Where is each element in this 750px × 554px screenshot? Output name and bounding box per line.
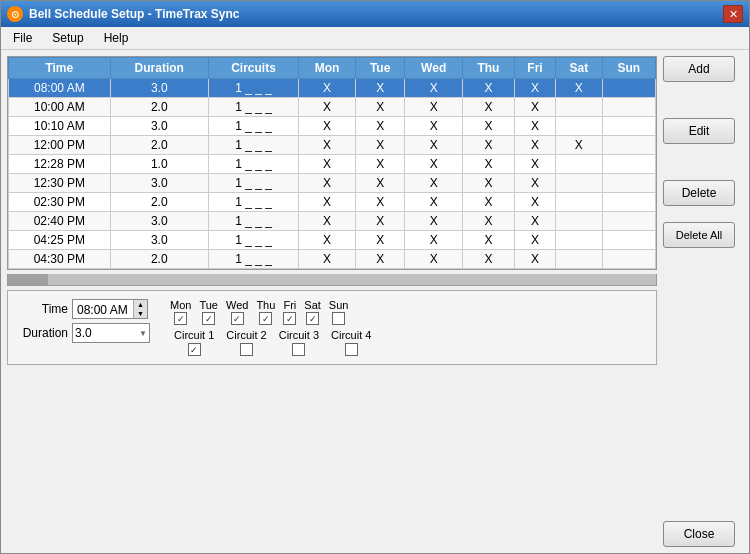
schedule-table: Time Duration Circuits Mon Tue Wed Thu F…: [8, 57, 656, 269]
table-cell: 12:28 PM: [9, 155, 111, 174]
table-cell: X: [462, 212, 514, 231]
table-cell: [556, 98, 603, 117]
table-row[interactable]: 10:10 AM3.01 _ _ _XXXXX: [9, 117, 656, 136]
day-check-thu[interactable]: Thu: [256, 299, 275, 325]
table-cell: X: [299, 155, 356, 174]
bottom-panel: Time 08:00 AM ▲ ▼ Duration: [7, 290, 657, 365]
table-cell: X: [462, 231, 514, 250]
col-fri: Fri: [515, 58, 556, 79]
day-checkbox-tue[interactable]: [202, 312, 215, 325]
day-check-fri[interactable]: Fri: [283, 299, 296, 325]
table-row[interactable]: 08:00 AM3.01 _ _ _XXXXXX: [9, 79, 656, 98]
scrollbar-thumb[interactable]: [8, 274, 48, 285]
title-bar: ⊙ Bell Schedule Setup - TimeTrax Sync ✕: [1, 1, 749, 27]
day-check-sat[interactable]: Sat: [304, 299, 321, 325]
table-cell: 12:30 PM: [9, 174, 111, 193]
table-cell: 2.0: [110, 193, 208, 212]
table-cell: X: [299, 250, 356, 269]
table-row[interactable]: 04:30 PM2.01 _ _ _XXXXX: [9, 250, 656, 269]
day-label: Tue: [199, 299, 218, 311]
table-cell: [602, 250, 655, 269]
table-row[interactable]: 10:00 AM2.01 _ _ _XXXXX: [9, 98, 656, 117]
delete-button[interactable]: Delete: [663, 180, 735, 206]
table-cell: X: [355, 231, 405, 250]
table-cell: [602, 117, 655, 136]
circuit-check-2[interactable]: Circuit 2: [226, 329, 266, 356]
day-label: Thu: [256, 299, 275, 311]
form-fields: Time 08:00 AM ▲ ▼ Duration: [18, 299, 150, 343]
table-cell: [602, 98, 655, 117]
circuit-check-4[interactable]: Circuit 4: [331, 329, 371, 356]
table-row[interactable]: 12:28 PM1.01 _ _ _XXXXX: [9, 155, 656, 174]
table-row[interactable]: 12:00 PM2.01 _ _ _XXXXXX: [9, 136, 656, 155]
circuit-check-3[interactable]: Circuit 3: [279, 329, 319, 356]
day-checkbox-sun[interactable]: [332, 312, 345, 325]
table-cell: 1 _ _ _: [208, 155, 298, 174]
table-cell: X: [405, 250, 462, 269]
menu-setup[interactable]: Setup: [44, 29, 91, 47]
close-button[interactable]: Close: [663, 521, 735, 547]
table-cell: [602, 212, 655, 231]
table-cell: [556, 117, 603, 136]
table-header-row: Time Duration Circuits Mon Tue Wed Thu F…: [9, 58, 656, 79]
time-spinbox[interactable]: 08:00 AM ▲ ▼: [72, 299, 148, 319]
day-check-wed[interactable]: Wed: [226, 299, 248, 325]
table-cell: 10:10 AM: [9, 117, 111, 136]
col-duration: Duration: [110, 58, 208, 79]
add-button[interactable]: Add: [663, 56, 735, 82]
duration-select[interactable]: 3.0 ▼: [72, 323, 150, 343]
table-cell: X: [462, 79, 514, 98]
circuit-checkbox-4[interactable]: [345, 343, 358, 356]
table-cell: 04:30 PM: [9, 250, 111, 269]
time-down-arrow[interactable]: ▼: [134, 309, 147, 318]
table-cell: 1 _ _ _: [208, 79, 298, 98]
time-value[interactable]: 08:00 AM: [73, 300, 133, 318]
table-cell: 1.0: [110, 155, 208, 174]
day-checkbox-mon[interactable]: [174, 312, 187, 325]
table-cell: X: [515, 193, 556, 212]
day-checkbox-thu[interactable]: [259, 312, 272, 325]
day-checkbox-sat[interactable]: [306, 312, 319, 325]
col-circuits: Circuits: [208, 58, 298, 79]
day-check-mon[interactable]: Mon: [170, 299, 191, 325]
table-cell: X: [405, 231, 462, 250]
table-cell: X: [405, 98, 462, 117]
circuit-checkbox-1[interactable]: [188, 343, 201, 356]
edit-button[interactable]: Edit: [663, 118, 735, 144]
table-row[interactable]: 12:30 PM3.01 _ _ _XXXXX: [9, 174, 656, 193]
time-up-arrow[interactable]: ▲: [134, 300, 147, 309]
circuit-checkbox-2[interactable]: [240, 343, 253, 356]
circuit-check-1[interactable]: Circuit 1: [174, 329, 214, 356]
day-checkbox-fri[interactable]: [283, 312, 296, 325]
table-cell: 2.0: [110, 250, 208, 269]
menu-bar: File Setup Help: [1, 27, 749, 50]
table-cell: X: [462, 174, 514, 193]
day-checkbox-wed[interactable]: [231, 312, 244, 325]
table-cell: X: [462, 250, 514, 269]
table-cell: 1 _ _ _: [208, 117, 298, 136]
close-window-button[interactable]: ✕: [723, 5, 743, 23]
table-row[interactable]: 02:40 PM3.01 _ _ _XXXXX: [9, 212, 656, 231]
horizontal-scrollbar[interactable]: [7, 274, 657, 286]
table-cell: X: [355, 155, 405, 174]
col-mon: Mon: [299, 58, 356, 79]
col-tue: Tue: [355, 58, 405, 79]
day-check-tue[interactable]: Tue: [199, 299, 218, 325]
menu-help[interactable]: Help: [96, 29, 137, 47]
table-cell: [556, 212, 603, 231]
table-cell: X: [556, 136, 603, 155]
circuit-checkbox-3[interactable]: [292, 343, 305, 356]
delete-all-button[interactable]: Delete All: [663, 222, 735, 248]
day-check-sun[interactable]: Sun: [329, 299, 349, 325]
circuits-checkboxes: Circuit 1Circuit 2Circuit 3Circuit 4: [174, 329, 371, 356]
duration-dropdown-arrow: ▼: [139, 329, 147, 338]
table-cell: X: [515, 212, 556, 231]
day-label: Wed: [226, 299, 248, 311]
table-cell: 2.0: [110, 136, 208, 155]
table-row[interactable]: 04:25 PM3.01 _ _ _XXXXX: [9, 231, 656, 250]
table-cell: 1 _ _ _: [208, 231, 298, 250]
table-cell: X: [462, 136, 514, 155]
table-row[interactable]: 02:30 PM2.01 _ _ _XXXXX: [9, 193, 656, 212]
window-title: Bell Schedule Setup - TimeTrax Sync: [29, 7, 240, 21]
menu-file[interactable]: File: [5, 29, 40, 47]
